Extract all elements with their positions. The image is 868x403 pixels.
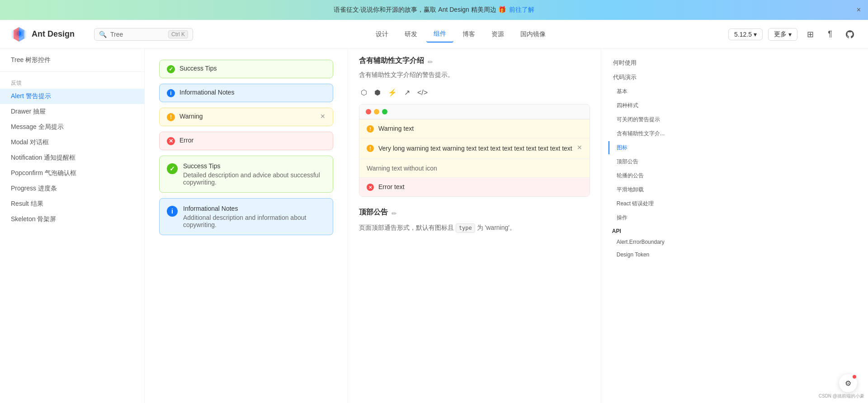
nav-mirror[interactable]: 国内镜像	[513, 27, 553, 42]
right-panel: 含有辅助性文字介绍 ✏ 含有辅助性文字介绍的警告提示。 ⬡ ⬢ ⚡ ↗ </>	[348, 49, 601, 403]
sidebar: Tree 树形控件 反馈 Alert 警告提示 Drawer 抽屉 Messag…	[0, 49, 145, 403]
svg-marker-0	[19, 27, 24, 42]
sidebar-item-modal[interactable]: Modal 对话框	[0, 135, 144, 150]
sidebar-item-popconfirm[interactable]: Popconfirm 气泡确认框	[0, 166, 144, 181]
alert-info-content: Informational Notes Additional descripti…	[183, 205, 326, 228]
nav-design[interactable]: 设计	[368, 27, 396, 42]
alert-row-warning: ! Warning text	[359, 119, 590, 138]
toc-item-action[interactable]: 操作	[609, 211, 684, 224]
lightning-icon-button[interactable]: ⚡	[386, 86, 399, 99]
toc-item-basic[interactable]: 基本	[609, 85, 684, 98]
logo-area: Ant Design	[11, 26, 83, 43]
fab-badge	[853, 375, 856, 379]
sidebar-item-alert[interactable]: Alert 警告提示	[0, 89, 144, 104]
alert-info-title: Informational Notes	[183, 205, 326, 212]
search-input[interactable]	[110, 31, 165, 38]
sidebar-item-notification[interactable]: Notification 通知提醒框	[0, 150, 144, 166]
toc-item-when-to-use[interactable]: 何时使用	[609, 56, 684, 70]
chevron-down-icon: ▾	[754, 31, 757, 38]
alert-success-detailed: ✓ Success Tips Detailed description and …	[159, 156, 333, 193]
toc-item-four-styles[interactable]: 四种样式	[609, 99, 684, 112]
sidebar-section-feedback: 反馈	[0, 76, 144, 89]
content-wrapper: ✓ Success Tips i Informational Notes ! W…	[145, 49, 691, 403]
github-icon-button[interactable]	[843, 27, 857, 42]
nav-dev[interactable]: 研发	[397, 27, 425, 42]
toc-item-icon[interactable]: 图标	[609, 141, 684, 154]
banner-close-button[interactable]: ×	[857, 6, 861, 14]
search-box[interactable]: 🔍 Ctrl K	[94, 28, 193, 41]
bottom-desc: 页面顶部通告形式，默认有图标且 type 为 'warning'。	[359, 223, 590, 233]
error-row-icon: ✕	[367, 184, 374, 191]
bottom-section-header: 顶部公告 ✏	[359, 208, 590, 219]
banner-link[interactable]: 前往了解	[509, 6, 534, 13]
toc-item-design-token[interactable]: Design Token	[609, 249, 684, 261]
success-icon: ✓	[167, 65, 175, 73]
toc-item-react-error[interactable]: React 错误处理	[609, 197, 684, 210]
sidebar-item-label: Skeleton 骨架屏	[11, 215, 56, 223]
sidebar-item-progress[interactable]: Progress 进度条	[0, 181, 144, 196]
alert-error-simple: ✕ Error	[159, 132, 333, 150]
banner-text: 语雀征文·说说你和开源的故事，赢取 Ant Design 精美周边 🎁 前往了解	[334, 6, 535, 14]
diamond-icon-button[interactable]: ⬢	[373, 86, 382, 99]
ant-design-logo-icon	[11, 26, 27, 43]
cube-icon-button[interactable]: ⬡	[359, 86, 369, 99]
sidebar-item-skeleton[interactable]: Skeleton 骨架屏	[0, 212, 144, 227]
chevron-down-icon: ▾	[788, 31, 792, 38]
warning-icon: !	[167, 113, 175, 121]
search-icon: 🔍	[99, 31, 107, 38]
alert-info-label: Informational Notes	[179, 89, 234, 96]
external-link-icon-button[interactable]: ↗	[402, 86, 412, 99]
alert-info-simple: i Informational Notes	[159, 84, 333, 102]
traffic-light-red	[366, 109, 371, 114]
sidebar-item-drawer[interactable]: Drawer 抽屉	[0, 104, 144, 119]
window-titlebar	[359, 104, 590, 119]
toc-item-error-boundary[interactable]: Alert.ErrorBoundary	[609, 236, 684, 248]
sidebar-item-label: Result 结果	[11, 200, 43, 208]
type-tag: type	[456, 223, 475, 233]
sidebar-item-result[interactable]: Result 结果	[0, 196, 144, 212]
bottom-edit-icon[interactable]: ✏	[392, 210, 397, 217]
alert-row-warning-long: ! Very long warning text warning text te…	[359, 138, 590, 159]
toc-item-top-notice[interactable]: 顶部公告	[609, 155, 684, 168]
section-header: 含有辅助性文字介绍 ✏	[359, 56, 590, 67]
sidebar-item-label: Tree 树形控件	[11, 56, 51, 64]
edit-icon[interactable]: ✏	[428, 58, 433, 66]
alert-success-desc: Detailed description and advice about su…	[183, 171, 326, 186]
sidebar-item-tree[interactable]: Tree 树形控件	[0, 52, 144, 68]
text-direction-icon-button[interactable]: ¶	[823, 27, 837, 42]
fab-button[interactable]: ⚙	[839, 374, 857, 392]
alert-row-close-button[interactable]: ✕	[577, 144, 582, 151]
sidebar-item-label: Modal 对话框	[11, 138, 49, 147]
nav-blog[interactable]: 博客	[455, 27, 482, 42]
sidebar-item-message[interactable]: Message 全局提示	[0, 119, 144, 135]
alert-success-content: Success Tips Detailed description and ad…	[183, 162, 326, 186]
demo-toolbar: ⬡ ⬢ ⚡ ↗ </>	[359, 86, 590, 99]
alert-warning-label: Warning	[179, 113, 203, 120]
sidebar-item-label: Progress 进度条	[11, 185, 57, 193]
alert-success-simple: ✓ Success Tips	[159, 60, 333, 78]
toc-item-closable[interactable]: 可关闭的警告提示	[609, 113, 684, 126]
alert-warning-close-button[interactable]: ✕	[320, 113, 326, 120]
info-icon: i	[167, 89, 175, 97]
nav-components[interactable]: 组件	[426, 26, 453, 43]
warning-row-icon: !	[367, 125, 374, 133]
more-button[interactable]: 更多 ▾	[768, 28, 797, 41]
alert-row-error: ✕ Error text	[359, 178, 590, 196]
toc-item-smooth-unmount[interactable]: 平滑地卸载	[609, 183, 684, 196]
toc-item-code-demo[interactable]: 代码演示	[609, 71, 684, 84]
toc-item-with-desc[interactable]: 含有辅助性文字介...	[609, 127, 684, 140]
section-desc: 含有辅助性文字介绍的警告提示。	[359, 71, 590, 79]
version-selector[interactable]: 5.12.5 ▾	[728, 28, 763, 40]
sidebar-item-label: Popconfirm 气泡确认框	[11, 169, 76, 177]
toc-item-carousel[interactable]: 轮播的公告	[609, 169, 684, 182]
success-icon-large: ✓	[167, 163, 178, 174]
error-icon: ✕	[167, 137, 175, 145]
code-icon-button[interactable]: </>	[415, 87, 429, 99]
sidebar-item-label: Drawer 抽屉	[11, 108, 46, 116]
sidebar-divider	[0, 71, 144, 72]
nav-resources[interactable]: 资源	[484, 27, 511, 42]
traffic-light-yellow	[374, 109, 379, 114]
sidebar-item-label: Notification 通知提醒框	[11, 154, 75, 162]
logo-text: Ant Design	[32, 29, 75, 39]
grid-icon-button[interactable]: ⊞	[803, 27, 817, 42]
